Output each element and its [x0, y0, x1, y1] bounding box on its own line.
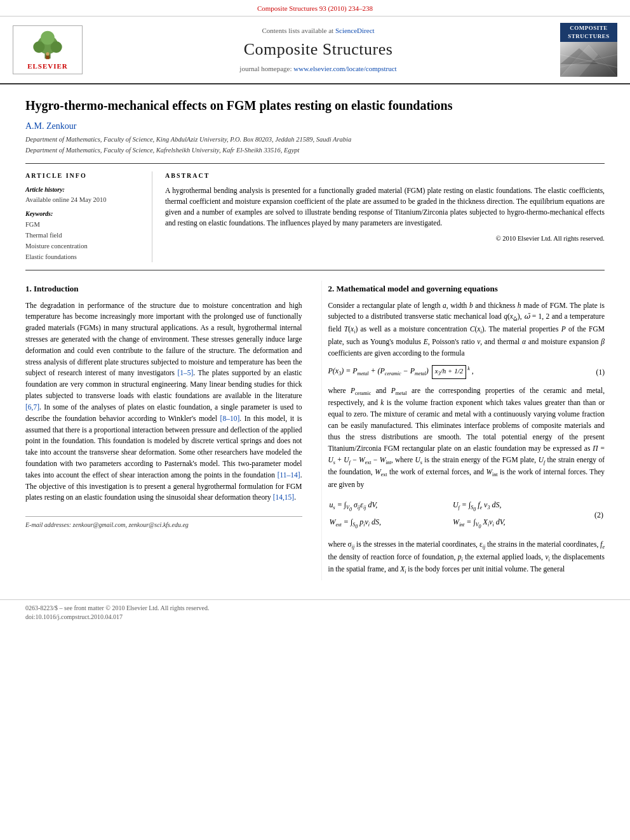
greater-than-text: greater than	[545, 399, 580, 406]
journal-title: Composite Structures	[89, 38, 547, 61]
svg-point-4	[41, 30, 55, 44]
author-name: A.M. Zenkour	[25, 120, 605, 133]
article-info-abstract: ARTICLE INFO Article history: Available …	[25, 171, 605, 263]
keyword-3: Moisture concentration	[25, 241, 142, 252]
formula-1-desc: where Pceramic and Pmetal are the corres…	[328, 385, 605, 491]
formula-2-desc: where σij is the stresses in the materia…	[328, 539, 605, 577]
journal-citation: Composite Structures 93 (2010) 234–238	[0, 0, 630, 17]
composite-structures-logo: COMPOSITE STRUCTURES	[554, 23, 617, 76]
math-intro-paragraph: Consider a rectangular plate of length a…	[328, 300, 605, 359]
abstract-heading: ABSTRACT	[165, 171, 605, 180]
sciencedirect-link[interactable]: ScienceDirect	[335, 27, 375, 34]
keyword-1: FGM	[25, 220, 142, 230]
formula-2: us = ∫V0 σijεij dV, Uf = ∫S0 fe v3 dS, (…	[328, 497, 605, 533]
ref-6-7[interactable]: [6,7]	[25, 403, 39, 411]
keyword-2: Thermal field	[25, 230, 142, 241]
journal-header: ELSEVIER Contents lists available at Sci…	[0, 17, 630, 84]
issn-line: 0263-8223/$ – see front matter © 2010 El…	[25, 604, 605, 613]
ref-1-5[interactable]: [1–5]	[177, 369, 193, 377]
formula-1-number: (1)	[586, 367, 605, 377]
svg-point-5	[46, 52, 49, 55]
elsevier-logo-area: ELSEVIER	[13, 25, 83, 74]
affiliation-1: Department of Mathematics, Faculty of Sc…	[25, 135, 605, 145]
svg-rect-6	[46, 56, 49, 59]
composite-badge: COMPOSITE STRUCTURES	[560, 23, 617, 41]
elsevier-box: ELSEVIER	[13, 25, 83, 74]
keywords-label: Keywords:	[25, 210, 142, 218]
contents-line: Contents lists available at ScienceDirec…	[89, 26, 547, 36]
affiliation-2: Department of Mathematics, Faculty of Sc…	[25, 146, 605, 156]
left-column: 1. Introduction The degradation in perfo…	[25, 281, 309, 580]
history-label: Article history:	[25, 185, 142, 194]
doi-line: doi:10.1016/j.compstruct.2010.04.017	[25, 613, 605, 622]
journal-center: Contents lists available at ScienceDirec…	[89, 26, 547, 74]
svg-point-2	[33, 41, 44, 53]
divider-2	[25, 270, 605, 270]
email-footnote: E-mail addresses: zenkour@gmail.com, zen…	[25, 521, 302, 530]
keyword-4: Elastic foundations	[25, 252, 142, 263]
svg-point-3	[51, 41, 62, 53]
bottom-bar: 0263-8223/$ – see front matter © 2010 El…	[0, 599, 630, 625]
article-info-panel: ARTICLE INFO Article history: Available …	[25, 171, 152, 263]
copyright: © 2010 Elsevier Ltd. All rights reserved…	[165, 234, 605, 244]
main-content: 1. Introduction The degradation in perfo…	[25, 281, 605, 580]
abstract-text: A hygrothermal bending analysis is prese…	[165, 185, 605, 229]
footnote-area: E-mail addresses: zenkour@gmail.com, zen…	[25, 516, 302, 530]
intro-title: 1. Introduction	[25, 283, 302, 295]
right-column: 2. Mathematical model and governing equa…	[321, 281, 605, 580]
paper-title: Hygro-thermo-mechanical effects on FGM p…	[25, 97, 605, 114]
composite-graphic	[560, 42, 617, 77]
journal-homepage: journal homepage: www.elsevier.com/locat…	[89, 64, 547, 74]
available-online: Available online 24 May 2010	[25, 196, 142, 205]
formula-1-content: P(x3) = Pmetal + (Pceramic − Pmetal) x3/…	[328, 365, 586, 378]
elsevier-tree-icon	[25, 29, 70, 60]
citation-text: Composite Structures 93 (2010) 234–238	[257, 4, 373, 12]
article-info-heading: ARTICLE INFO	[25, 171, 142, 180]
paper-body: Hygro-thermo-mechanical effects on FGM p…	[0, 84, 630, 594]
ref-8-10[interactable]: [8–10]	[220, 415, 240, 422]
elsevier-label: ELSEVIER	[27, 62, 68, 71]
divider-1	[25, 163, 605, 164]
abstract-panel: ABSTRACT A hygrothermal bending analysis…	[165, 171, 605, 263]
ref-11-14[interactable]: [11–14]	[278, 471, 300, 479]
intro-paragraph: The degradation in performance of the st…	[25, 300, 302, 504]
formula-1: P(x3) = Pmetal + (Pceramic − Pmetal) x3/…	[328, 365, 605, 378]
math-model-title: 2. Mathematical model and governing equa…	[328, 283, 605, 295]
ref-14-15[interactable]: [14,15]	[273, 493, 295, 501]
